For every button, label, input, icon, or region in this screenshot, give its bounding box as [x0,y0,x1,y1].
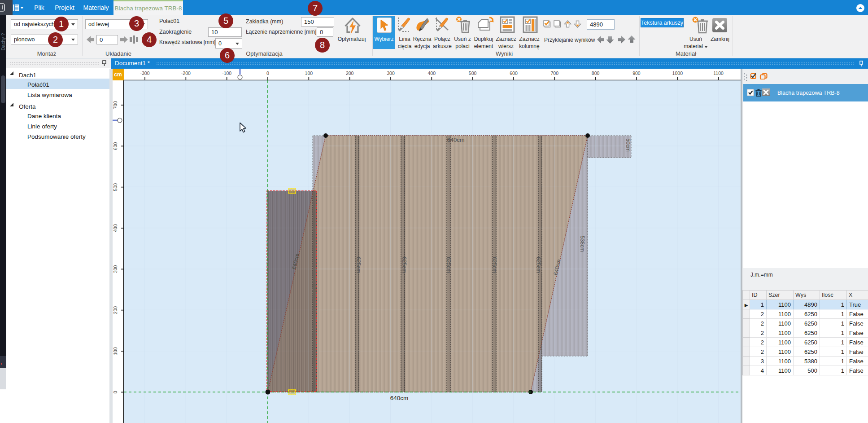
svg-text:0: 0 [113,391,118,393]
svg-text:0: 0 [266,70,269,76]
svg-text:500: 500 [469,70,477,76]
svg-text:-300: -300 [140,70,149,76]
svg-text:200: 200 [113,306,118,314]
svg-text:700: 700 [551,70,559,76]
svg-text:700: 700 [113,101,118,109]
svg-text:625cm: 625cm [535,257,541,273]
svg-text:538cm: 538cm [579,236,585,252]
svg-text:625cm: 625cm [491,257,497,273]
svg-text:400: 400 [428,70,436,76]
svg-text:1000: 1000 [672,70,683,76]
svg-text:300: 300 [387,70,395,76]
svg-text:489cm: 489cm [311,283,317,300]
svg-text:500: 500 [113,183,118,191]
svg-text:600: 600 [113,142,118,150]
svg-text:640cm: 640cm [390,395,409,401]
svg-text:800: 800 [592,70,600,76]
svg-text:900: 900 [632,70,641,76]
svg-text:200: 200 [346,70,354,76]
svg-text:640cm: 640cm [447,137,464,143]
svg-text:-100: -100 [222,70,231,76]
svg-text:625cm: 625cm [445,257,452,273]
svg-text:300: 300 [113,265,118,273]
svg-text:-200: -200 [181,70,191,76]
svg-text:1100: 1100 [713,70,724,76]
svg-text:100: 100 [113,347,118,355]
svg-text:400: 400 [113,224,118,232]
svg-text:625cm: 625cm [401,257,407,273]
svg-text:625cm: 625cm [355,257,362,273]
svg-text:600: 600 [510,70,518,76]
svg-text:100: 100 [305,70,313,76]
svg-text:50cm: 50cm [625,138,631,151]
